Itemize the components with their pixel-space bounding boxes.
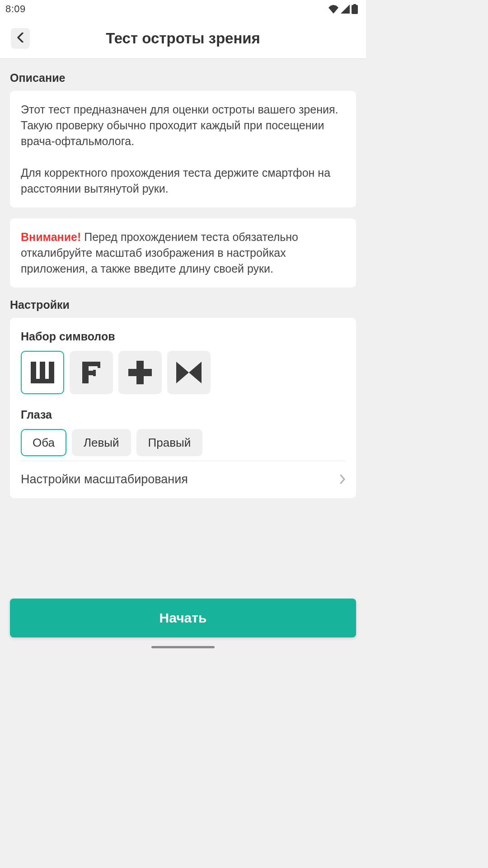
svg-rect-9 <box>98 362 100 368</box>
settings-card: Набор символов <box>10 318 356 498</box>
symbol-option-tumbling[interactable] <box>167 351 211 394</box>
eye-option-both[interactable]: Оба <box>21 429 66 456</box>
tumbling-e-icon <box>176 362 202 383</box>
cellular-icon <box>341 5 350 14</box>
start-button[interactable]: Начать <box>10 599 356 637</box>
status-time: 8:09 <box>5 3 26 15</box>
description-paragraph-2: Для корректного прохождения теста держит… <box>21 165 345 197</box>
svg-rect-1 <box>352 5 358 14</box>
page-title: Тест остроты зрения <box>11 30 355 47</box>
status-bar: 8:09 <box>0 0 366 18</box>
settings-section-label: Настройки <box>10 298 356 311</box>
svg-rect-5 <box>31 379 54 383</box>
description-paragraph-1: Этот тест предназначен для оценки острот… <box>21 102 345 149</box>
svg-rect-10 <box>93 370 96 376</box>
description-section-label: Описание <box>10 71 356 85</box>
warning-card: Внимание! Перед прохождением теста обяза… <box>10 218 356 288</box>
plus-icon <box>128 361 152 384</box>
wifi-icon <box>328 5 339 14</box>
status-icons <box>328 4 358 14</box>
scaling-link-text: Настройки масштабирования <box>21 471 188 488</box>
app-header: Тест остроты зрения <box>0 18 366 59</box>
chevron-right-icon <box>340 472 345 488</box>
symbols-option-row <box>21 351 345 394</box>
eye-option-right[interactable]: Правый <box>136 429 203 456</box>
letter-f-icon <box>80 362 103 383</box>
screen: 8:09 Тест остроты зрения Описание Этот т… <box>0 0 366 651</box>
eyes-label: Глаза <box>21 407 345 423</box>
warning-strong: Внимание! <box>21 231 81 243</box>
description-card: Этот тест предназначен для оценки острот… <box>10 91 356 208</box>
symbol-option-sh[interactable] <box>21 351 64 394</box>
symbols-label: Набор символов <box>21 329 345 344</box>
symbol-option-cross[interactable] <box>118 351 162 394</box>
svg-rect-12 <box>128 369 152 376</box>
cyrillic-sh-icon <box>31 362 54 383</box>
nav-handle <box>151 646 215 648</box>
symbol-option-f[interactable] <box>70 351 113 394</box>
scaling-settings-link[interactable]: Настройки масштабирования <box>21 461 345 498</box>
eye-option-left[interactable]: Левый <box>72 429 131 456</box>
eyes-option-row: Оба Левый Правый <box>21 429 345 456</box>
battery-icon <box>352 4 358 14</box>
content-scroll[interactable]: Описание Этот тест предназначен для оцен… <box>0 59 366 651</box>
